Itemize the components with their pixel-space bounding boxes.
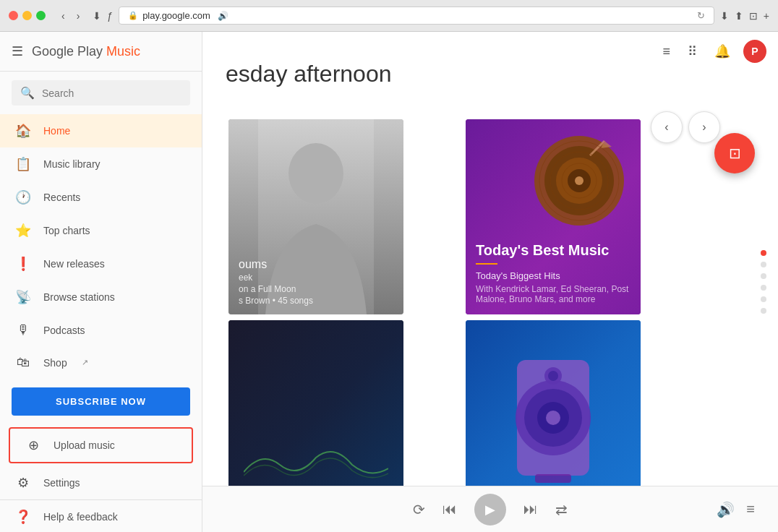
carousel-next-button[interactable]: › [688,111,720,143]
sidebar-item-browse-stations[interactable]: 📡 Browse stations [0,280,202,314]
upload-music-button[interactable]: ⊕ Upload music [10,429,192,462]
sidebar-item-recents[interactable]: 🕐 Recents [0,181,202,214]
refresh-icon[interactable]: ↻ [697,10,705,21]
sidebar-item-new-releases[interactable]: ❗ New releases [0,247,202,280]
carousel-prev-button[interactable]: ‹ [651,111,683,143]
search-input[interactable] [42,87,181,99]
hamburger-button[interactable]: ☰ [12,43,23,59]
nav-section: 🏠 Home 📋 Music library 🕐 Recents ⭐ Top c… [0,114,202,379]
carousel-dot-1[interactable] [761,250,766,256]
app-container: ☰ Google Play Music 🔍 🏠 Home 📋 Music lib… [0,32,778,532]
svg-point-16 [546,411,560,425]
sidebar-item-help[interactable]: ❓ Help & feedback [0,499,202,532]
sidebar-item-settings-label: Settings [43,477,80,489]
browser-icons: ⬇ ƒ [93,10,113,22]
sidebar-item-music-library[interactable]: 📋 Music library [0,147,202,181]
script-icon[interactable]: ƒ [107,10,113,22]
sidebar-item-music-library-label: Music library [43,158,101,170]
volume-button[interactable]: 🔊 [717,501,735,518]
share-icon[interactable]: ⬆ [735,10,743,22]
card-desc: Today's Biggest Hits [476,270,630,281]
next-button[interactable]: ⏭ [523,501,538,518]
carousel-dot-5[interactable] [761,296,766,302]
svg-point-18 [548,371,558,381]
url-text: play.google.com [142,10,210,21]
svg-point-1 [288,143,343,204]
upload-music-section: ⊕ Upload music [9,427,193,463]
browser-chrome: ‹ › ⬇ ƒ 🔒 play.google.com 🔊 ↻ ⬇ ⬆ ⊡ + [0,0,778,32]
card-artist-subtitle2: on a Full Moon [239,284,393,294]
fab-icon: ⊡ [729,145,741,162]
sidebar-item-podcasts[interactable]: 🎙 Podcasts [0,314,202,346]
traffic-lights [9,11,46,20]
card-subdesc: With Kendrick Lamar, Ed Sheeran, Post Ma… [476,284,630,304]
download-icon[interactable]: ⬇ [93,10,101,22]
speaker-graphic [495,346,611,490]
play-icon: ▶ [485,502,495,518]
forward-button[interactable]: › [72,9,85,23]
card-playlist-inner: Today's Best Music Today's Biggest Hits … [466,119,641,314]
previous-button[interactable]: ⏮ [443,501,457,518]
carousel-dot-3[interactable] [761,273,766,279]
subscribe-now-button[interactable]: SUBSCRIBE NOW [12,387,190,416]
address-bar[interactable]: 🔒 play.google.com 🔊 ↻ [119,7,714,25]
fullscreen-traffic-light[interactable] [36,11,46,20]
sidebar-item-top-charts[interactable]: ⭐ Top charts [0,214,202,247]
queue-button[interactable]: ≡ [746,501,755,518]
close-traffic-light[interactable] [9,11,18,20]
fab-button[interactable]: ⊡ [714,133,755,173]
notifications-button[interactable]: 🔔 [710,39,735,64]
svg-point-6 [575,176,584,185]
card-main-title: Today's Best Music [476,242,630,259]
card-playlist-text: Today's Best Music Today's Biggest Hits … [466,232,641,314]
card-artist-subtitle3: s Brown • 45 songs [239,296,393,306]
podcasts-icon: 🎙 [14,322,32,338]
card-artist-info: oums eek on a Full Moon s Brown • 45 son… [228,249,403,314]
back-button[interactable]: ‹ [57,9,69,23]
play-pause-button[interactable]: ▶ [474,494,506,525]
sidebar-item-top-charts-label: Top charts [43,225,90,236]
settings-icon: ⚙ [14,475,32,491]
search-bar[interactable]: 🔍 [12,80,190,106]
upload-music-label: Upload music [54,439,115,451]
repeat-button[interactable]: ⟳ [413,501,425,518]
carousel-dot-4[interactable] [761,285,766,291]
new-tab-icon[interactable]: + [764,10,769,22]
sidebar-item-browse-stations-label: Browse stations [43,291,115,303]
wave-visual [228,443,403,486]
sidebar-header: ☰ Google Play Music [0,32,202,72]
search-icon: 🔍 [20,86,35,100]
top-bar: ≡ ⠿ 🔔 P [646,32,778,71]
browser-right-area: ⬇ ⬆ ⊡ + [720,10,769,22]
audio-icon: 🔊 [218,11,228,21]
sidebar-item-shop[interactable]: 🛍 Shop ↗ [0,346,202,379]
user-avatar-button[interactable]: P [743,40,766,63]
card-artist-title: oums [239,258,393,271]
card-playlist[interactable]: Today's Best Music Today's Biggest Hits … [466,119,641,314]
minimize-traffic-light[interactable] [22,11,32,20]
card-artist-subtitle1: eek [239,273,393,283]
cards-grid: oums eek on a Full Moon s Brown • 45 son… [202,102,723,532]
shop-icon: 🛍 [14,355,32,370]
app-logo: Google Play Music [32,44,140,59]
logo-suffix: Music [106,44,140,59]
external-link-icon: ↗ [82,358,88,367]
tab-layout-icon[interactable]: ⊡ [749,10,758,22]
download-manager-icon[interactable]: ⬇ [720,10,729,22]
carousel-dot-6[interactable] [761,308,766,314]
sidebar-item-podcasts-label: Podcasts [43,325,85,336]
carousel-dot-2[interactable] [761,262,766,267]
apps-grid-button[interactable]: ⠿ [683,39,701,64]
sidebar-item-recents-label: Recents [43,192,80,203]
browse-stations-icon: 📡 [14,289,32,305]
sidebar-item-settings[interactable]: ⚙ Settings [0,466,202,499]
shuffle-button[interactable]: ⇄ [555,501,568,518]
card-divider [476,263,497,265]
card-artist[interactable]: oums eek on a Full Moon s Brown • 45 son… [228,119,403,314]
vinyl-record-graphic [532,134,626,228]
upload-icon: ⊕ [25,437,42,453]
sidebar-item-home[interactable]: 🏠 Home [0,114,202,147]
sidebar: ☰ Google Play Music 🔍 🏠 Home 📋 Music lib… [0,32,202,532]
cast-button[interactable]: ≡ [658,40,675,64]
nav-buttons: ‹ › [57,9,84,23]
